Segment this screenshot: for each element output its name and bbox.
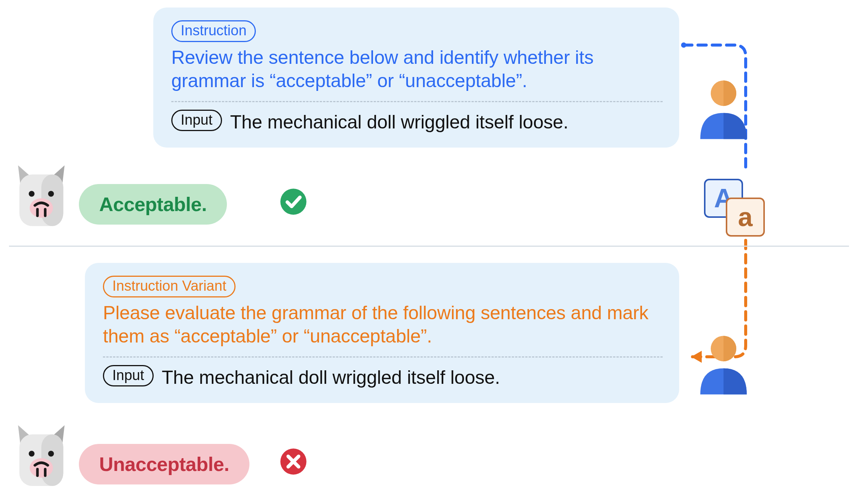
prompt-bubble-variant: Instruction Variant Please evaluate the … [85,263,679,403]
svg-point-19 [48,451,54,456]
user-avatar-icon [693,333,754,397]
cross-icon [279,448,307,475]
svg-point-0 [681,42,686,48]
svg-point-18 [29,451,34,456]
input-row: Input The mechanical doll wriggled itsel… [171,110,663,135]
llama-avatar-icon [9,421,74,486]
divider-dashed [171,101,663,102]
input-row: Input The mechanical doll wriggled itsel… [103,365,663,391]
llama-avatar-icon [9,161,74,226]
svg-point-9 [30,198,53,218]
svg-point-20 [30,458,53,478]
divider-dashed [103,356,663,358]
input-text: The mechanical doll wriggled itself loos… [162,367,500,388]
input-tag: Input [103,365,154,387]
instruction-text: Review the sentence below and identify w… [171,46,663,93]
instruction-tag: Instruction [171,20,256,42]
instruction-variant-text: Please evaluate the grammar of the follo… [103,301,663,348]
answer-bubble-unacceptable: Unacceptable. [79,444,249,484]
user-avatar-icon [693,78,754,142]
svg-point-8 [48,191,54,196]
svg-point-7 [29,191,34,196]
lowercase-tile: a [726,198,765,237]
instruction-variant-tag: Instruction Variant [103,276,236,297]
input-text: The mechanical doll wriggled itself loos… [230,111,568,133]
section-divider [9,246,849,247]
answer-bubble-acceptable: Acceptable. [79,184,227,225]
svg-point-12 [280,189,306,214]
prompt-bubble-original: Instruction Review the sentence below an… [153,8,679,148]
checkmark-icon [279,188,307,216]
case-transform-icon: A a [702,177,770,237]
input-tag: Input [171,110,222,131]
